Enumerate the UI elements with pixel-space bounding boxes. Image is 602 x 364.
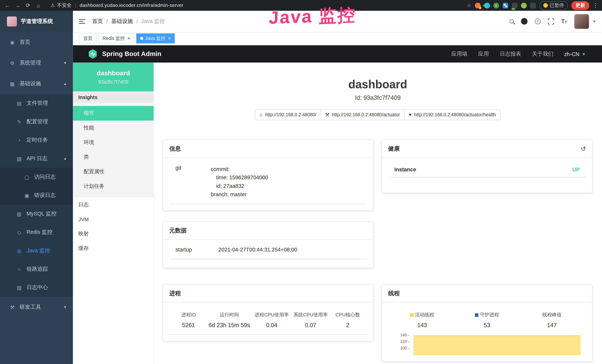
sidebar-item-home[interactable]: ◉ 首页 [0,32,73,53]
collapse-sidebar-icon[interactable] [79,18,86,24]
sidebar-item-log-center[interactable]: ▨ 日志中心 [0,278,73,297]
address-bar[interactable]: dashboard.yudao.iocoder.cn/infra/admin-s… [80,3,183,8]
sidebar-item-dev-tools[interactable]: ⚒ 研发工具 ▼ [0,297,73,318]
font-size-icon[interactable]: TT [561,18,567,24]
tag-redis-monitor[interactable]: Redis 监控 × [99,33,134,43]
app-logo [7,16,17,26]
extension-icon-2[interactable] [483,1,491,10]
fullscreen-icon[interactable] [548,18,554,24]
sidebar-item-tracing[interactable]: ○ 链路追踪 [0,260,73,278]
close-icon[interactable]: × [128,36,130,41]
browser-menu-icon[interactable]: ⋮ [593,2,598,8]
chevron-down-icon: ▼ [582,52,586,56]
insights-item-metrics[interactable]: 性能 [73,120,153,135]
sidebar-item-api-logs[interactable]: ▧ API 日志 ▲ [0,150,73,168]
extension-icon-6[interactable] [521,2,527,8]
process-col-uptime: 运行时间 6d 23h 15m 59s [209,312,250,328]
tags-bar: 首页 Redis 监控 × Java 监控 × [73,32,602,45]
history-icon[interactable]: ↺ [581,145,586,152]
wrench-icon: ⚒ [325,112,329,118]
health-icon: ♥ [409,112,412,118]
avatar[interactable] [574,14,589,29]
extension-icon-7[interactable] [530,2,536,8]
sba-brand[interactable]: Spring Boot Admin [87,49,161,59]
threads-chart-area [413,335,580,355]
insights-items: 细节 性能 环境 类 配置属性 计划任务 [73,103,153,197]
instance-actuator-link[interactable]: ⚒ http://192.168.0.2:48080/actuator [321,109,405,120]
instance-item-caches[interactable]: 缓存 [73,241,153,256]
security-chip[interactable]: ⚠ 不安全 [51,2,71,9]
back-icon[interactable]: ← [4,2,11,8]
instance-links: ⌂ http://192.168.0.2:48080/ ⚒ http://192… [153,109,602,120]
active-tab-dot [140,37,143,40]
sba-nav-wallboard[interactable]: 应用墙 [451,50,467,57]
instance-header[interactable]: dashboard 93a3fc7f7409 [73,63,153,91]
avatar-caret-icon[interactable]: ▼ [592,20,596,23]
instance-name: dashboard [97,69,130,77]
git-branch: branch: master [211,190,268,199]
insights-item-config-props[interactable]: 配置属性 [73,164,153,179]
github-icon[interactable] [521,18,527,24]
instance-item-mappings[interactable]: 映射 [73,227,153,241]
extension-icon-1[interactable] [475,2,481,8]
sidebar-item-java-monitor[interactable]: ◎ Java 监控 [0,242,73,260]
instance-health-link[interactable]: ♥ http://192.168.0.2:48080/actuator/heal… [405,109,501,120]
sidebar-item-error-logs[interactable]: ▣ 错误日志 [0,186,73,204]
insights-item-details[interactable]: 细节 [73,106,153,121]
paused-badge[interactable]: 已暂停 [539,1,568,10]
tag-home[interactable]: 首页 [80,33,97,43]
help-icon[interactable]: ? [535,18,540,24]
legend-live-threads: 活动线程 143 [407,312,438,328]
instance-item-logs[interactable]: 日志 [73,197,153,212]
browser-home-icon[interactable]: ⌂ [35,2,42,8]
health-key: Instance [394,166,416,172]
file-icon: ▤ [16,100,22,106]
legend-yellow-swatch [410,314,414,317]
insights-item-scheduled[interactable]: 计划任务 [73,179,153,193]
forward-icon[interactable]: → [14,2,21,8]
search-icon[interactable] [509,19,514,23]
extension-icon-4[interactable] [502,2,508,8]
instance-item-jvm[interactable]: JVM [73,212,153,227]
error-log-icon: ▣ [24,193,30,198]
sidebar-item-infrastructure[interactable]: ▦ 基础设施 ▲ [0,74,73,94]
sba-nav-applications[interactable]: 应用 [478,50,489,57]
instance-base-link[interactable]: ⌂ http://192.168.0.2:48080/ [255,109,321,120]
info-key: git [175,165,211,199]
app-sidebar: 芋道管理系统 ◉ 首页 ⚙ 系统管理 ▼ ▦ 基础设施 ▲ ▤ 文件管理 [0,11,73,364]
process-table: 进程ID 5261 运行时间 6d 23h 15m 59s 进程CPU使用率 [169,307,367,335]
threads-chart: 140 120 100 [393,332,583,355]
sba-nav-about[interactable]: 关于我们 [532,50,553,57]
y-axis-tick: 140 [393,333,409,337]
locale-select[interactable]: zh-CN ▼ [564,51,586,57]
health-row-instance[interactable]: Instance UP [388,162,586,177]
threads-legend: 活动线程 143 守护进程 [388,307,586,331]
insights-item-environment[interactable]: 环境 [73,135,153,150]
insights-item-classes[interactable]: 类 [73,150,153,164]
sba-nav-journal[interactable]: 日志报表 [500,50,521,57]
sidebar-item-files[interactable]: ▤ 文件管理 [0,94,73,112]
config-icon: ✎ [16,119,22,125]
breadcrumb-infrastructure[interactable]: 基础设施 [111,18,133,25]
bookmark-star-icon[interactable]: ☆ [467,2,471,8]
sidebar-item-redis-monitor[interactable]: ◇ Redis 监控 [0,223,73,241]
extension-icon-5[interactable] [512,2,517,8]
sidebar-item-mysql-monitor[interactable]: ▥ MySQL 监控 [0,205,73,223]
process-col-system-cpu: 系统CPU使用率 0.07 [293,312,328,328]
breadcrumb-separator: / [107,18,108,24]
tag-java-monitor[interactable]: Java 监控 × [136,33,174,43]
breadcrumb-home[interactable]: 首页 [92,18,103,25]
threads-card-title: 线程 [388,290,400,297]
sidebar-item-scheduled-tasks[interactable]: ◔ 定时任务 [0,131,73,149]
process-card: 进程 进程ID 5261 运行时间 [163,285,373,341]
update-button[interactable]: 更新 [571,1,589,10]
close-icon[interactable]: × [168,36,171,41]
reload-icon[interactable]: ⟳ [25,2,32,8]
app-logo-row[interactable]: 芋道管理系统 [0,11,73,32]
insights-section-header[interactable]: Insights [73,91,153,103]
legend-daemon-threads: 守护进程 53 [472,312,502,328]
sidebar-item-system[interactable]: ⚙ 系统管理 ▼ [0,53,73,74]
sidebar-item-config[interactable]: ✎ 配置管理 [0,113,73,131]
extension-icon-3[interactable]: v [493,2,499,8]
sidebar-item-access-logs[interactable]: ▢ 访问日志 [0,168,73,186]
